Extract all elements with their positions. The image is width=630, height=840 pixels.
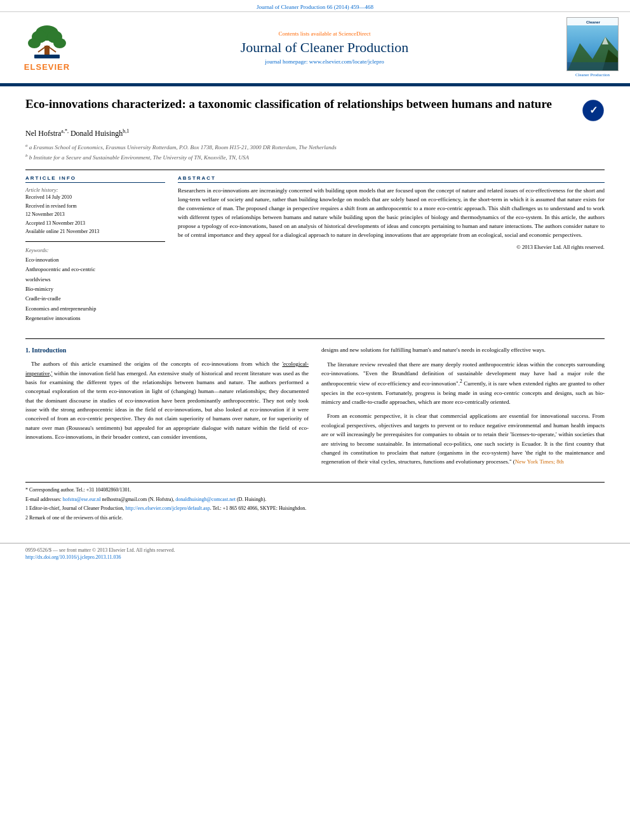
body-col-left: 1. Introduction The authors of this arti… [25,345,309,472]
body-right-para-1: designs and new solutions for fulfilling… [321,345,605,354]
fn-star: * Corresponding author. Tel.: +31 104082… [25,486,605,495]
cp-journal-cover: Cleaner [566,17,619,71]
svg-rect-9 [34,55,60,58]
author-b-name: Donald Huisingh [70,129,123,138]
fn-email1-name: nelhostra@gmail.com (N. Hofstra), [100,497,174,502]
abstract-column: ABSTRACT Researchers in eco-innovations … [178,175,605,328]
doi-line: http://dx.doi.org/10.1016/j.jclepro.2013… [25,554,605,560]
body-right-para-2: The literature review revealed that ther… [321,360,605,407]
author-a-name: Nel Hofstra [25,129,61,138]
fn-email: E-mail addresses: hofstra@ese.eur.nl nel… [25,496,605,504]
svg-text:Cleaner: Cleaner [586,20,601,24]
keyword-1: Eco-innovation [25,255,165,265]
svg-point-4 [28,38,41,48]
fn-email2[interactable]: donaldhuisingh@comcast.net [175,497,236,502]
fn-2: 2 Remark of one of the reviewers of this… [25,514,605,523]
affiliation-b: b b Institute for a Secure and Sustainab… [25,152,605,163]
article-info-column: ARTICLE INFO Article history: Received 1… [25,175,165,328]
journal-homepage: journal homepage: www.elsevier.com/locat… [85,58,564,65]
svg-text:✓: ✓ [589,105,598,116]
keywords-group: Keywords: Eco-innovation Anthropocentric… [25,247,165,323]
body-col-right: designs and new solutions for fulfilling… [321,345,605,472]
section-rule-1 [25,170,605,170]
doi-link[interactable]: http://dx.doi.org/10.1016/j.jclepro.2013… [25,554,121,560]
elsevier-brand-label: ELSEVIER [24,62,70,72]
cp-thumbnail: Cleaner Cleaner Production [564,17,621,78]
intro-para-1: The authors of this article examined the… [25,359,309,442]
keyword-4: Bio-mimicry [25,284,165,294]
keyword-5: Cradle-in-cradle [25,294,165,303]
journal-center: Contents lists available at ScienceDirec… [85,30,564,65]
authors-line: Nel Hofstraa,*, Donald Huisinghb,1 [25,128,605,138]
available-date: Available online 21 November 2013 [25,227,165,236]
fn-1: 1 Editor-in-chief, Journal of Cleaner Pr… [25,505,605,513]
footnotes: * Corresponding author. Tel.: +31 104082… [25,482,605,523]
body-right-para-3: From an economic perspective, it is clea… [321,411,605,466]
homepage-url[interactable]: www.elsevier.com/locate/jclepro [309,58,384,65]
affiliation-a: a a Erasmus School of Economics, Erasmus… [25,142,605,152]
received-revised-label: Received in revised form [25,202,165,211]
elsevier-logo: ELSEVIER [9,24,85,72]
svg-rect-14 [567,62,619,71]
intro-heading: 1. Introduction [25,345,309,356]
affiliations: a a Erasmus School of Economics, Erasmus… [25,142,605,162]
fn-1-link[interactable]: http://ees.elsevier.com/jclepro/default.… [126,505,210,511]
elsevier-tree-icon [22,24,72,61]
keyword-6: Economics and entrepreneurship [25,304,165,314]
crossmark-icon[interactable]: ✓ [582,99,605,122]
history-group: Article history: Received 14 July 2010 R… [25,187,165,236]
article-header: Eco-innovations characterized: a taxonom… [25,97,605,122]
copyright-line: © 2013 Elsevier Ltd. All rights reserved… [178,244,605,250]
sciencedirect-line: Contents lists available at ScienceDirec… [85,30,564,37]
received-date: Received 14 July 2010 [25,193,165,202]
fn-email1[interactable]: hofstra@ese.eur.nl [63,497,101,502]
bottom-bar: 0959-6526/$ — see front matter © 2013 El… [0,543,630,564]
section-rule-2 [25,338,605,339]
keyword-2: Anthropocentric and eco-centric [25,265,165,274]
journal-citation: Journal of Cleaner Production 66 (2014) … [257,4,373,10]
nyt-link[interactable]: New York Times; 8th [515,458,564,465]
abstract-text: Researchers in eco-innovations are incre… [178,187,605,240]
journal-banner: ELSEVIER Contents lists available at Sci… [0,12,630,84]
revised-date: 12 November 2013 [25,210,165,219]
author-a-sup: a,*, [61,128,69,134]
ecological-imperative-link: 'ecological-imperative,' [25,361,309,376]
article-info-abstract: ARTICLE INFO Article history: Received 1… [25,175,605,328]
keyword-3: worldviews [25,275,165,284]
author-b-sup: b,1 [123,128,129,134]
history-label: Article history: [25,187,165,193]
keywords-label: Keywords: [25,247,165,253]
top-bar: Journal of Cleaner Production 66 (2014) … [0,0,630,12]
cp-label: Cleaner Production [575,72,610,78]
abstract-label: ABSTRACT [178,175,605,183]
section-rule-keywords [25,241,165,242]
accepted-date: Accepted 13 November 2013 [25,219,165,228]
keyword-7: Regenerative innovations [25,314,165,323]
sciencedirect-link[interactable]: ScienceDirect [338,30,370,37]
cover-image-icon: Cleaner [567,18,619,71]
main-content: Eco-innovations characterized: a taxonom… [0,86,630,537]
history-dates: Received 14 July 2010 Received in revise… [25,193,165,236]
svg-point-5 [53,38,66,48]
body-content: 1. Introduction The authors of this arti… [25,345,605,472]
issn-line: 0959-6526/$ — see front matter © 2013 El… [25,547,605,553]
fn-email2-name: (D. Huisingh). [236,497,266,502]
article-title: Eco-innovations characterized: a taxonom… [25,97,582,112]
keywords-list: Eco-innovation Anthropocentric and eco-c… [25,255,165,323]
journal-title: Journal of Cleaner Production [85,39,564,56]
article-info-label: ARTICLE INFO [25,175,165,183]
